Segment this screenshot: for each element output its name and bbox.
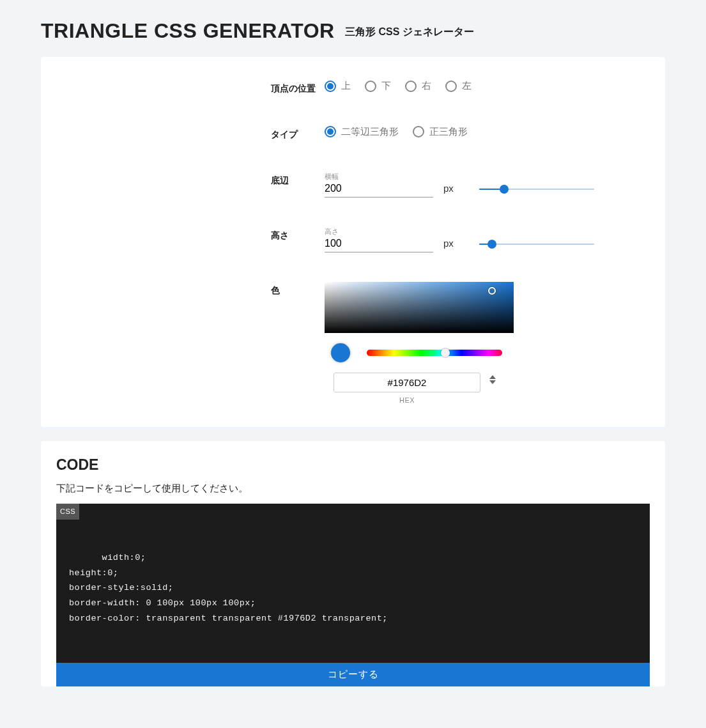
- height-unit: px: [443, 238, 454, 249]
- saturation-value-panel[interactable]: [325, 282, 514, 333]
- type-radio-isosceles[interactable]: 二等辺三角形: [325, 126, 399, 138]
- slider-thumb[interactable]: [487, 240, 496, 249]
- row-type: タイプ 二等辺三角形 正三角形: [271, 126, 640, 143]
- radio-label: 二等辺三角形: [341, 126, 399, 138]
- height-input[interactable]: [325, 236, 433, 252]
- radio-icon: [445, 81, 457, 92]
- slider-track: [479, 244, 594, 245]
- page-title: TRIANGLE CSS GENERATOR: [41, 19, 335, 43]
- base-slider[interactable]: [479, 184, 594, 194]
- radio-label: 正三角形: [429, 126, 468, 138]
- slider-thumb[interactable]: [500, 185, 509, 194]
- height-field-label: 高さ: [325, 227, 433, 236]
- height-label: 高さ: [271, 227, 325, 244]
- base-field-label: 横幅: [325, 172, 433, 182]
- vertex-radio-left[interactable]: 左: [445, 80, 472, 92]
- height-slider[interactable]: [479, 239, 594, 249]
- code-title: CODE: [56, 456, 650, 474]
- hex-input[interactable]: [334, 373, 480, 392]
- code-lang-badge: CSS: [56, 504, 79, 520]
- radio-label: 下: [381, 80, 391, 92]
- type-radio-equilateral[interactable]: 正三角形: [413, 126, 468, 138]
- vertex-label: 頂点の位置: [271, 80, 325, 97]
- base-width-field: 横幅: [325, 172, 433, 197]
- radio-icon: [405, 81, 417, 92]
- color-swatch: [331, 343, 350, 362]
- type-label: タイプ: [271, 126, 325, 143]
- height-field: 高さ: [325, 227, 433, 252]
- code-description: 下記コードをコピーして使用してください。: [56, 483, 650, 495]
- base-width-input[interactable]: [325, 182, 433, 197]
- radio-label: 上: [341, 80, 351, 92]
- row-color: 色 HEX: [271, 282, 640, 404]
- radio-icon: [365, 81, 376, 92]
- base-unit: px: [443, 183, 454, 194]
- hue-slider[interactable]: [367, 350, 502, 356]
- radio-icon: [325, 126, 336, 137]
- code-panel: CODE 下記コードをコピーして使用してください。 CSSwidth:0; he…: [41, 441, 665, 686]
- generator-panel: 頂点の位置 上 下 右: [41, 57, 665, 427]
- row-vertex: 頂点の位置 上 下 右: [271, 80, 640, 97]
- radio-icon: [413, 126, 424, 137]
- row-base: 底辺 横幅 px: [271, 172, 640, 197]
- code-block[interactable]: CSSwidth:0; height:0; border-style:solid…: [56, 504, 650, 663]
- hex-label: HEX: [399, 396, 415, 404]
- radio-icon: [325, 81, 336, 92]
- chevron-down-icon: [489, 380, 496, 384]
- vertex-radio-down[interactable]: 下: [365, 80, 391, 92]
- copy-button[interactable]: コピーする: [56, 663, 650, 686]
- vertex-radio-right[interactable]: 右: [405, 80, 431, 92]
- code-content: width:0; height:0; border-style:solid; b…: [69, 553, 388, 623]
- chevron-up-icon: [489, 375, 496, 379]
- color-label: 色: [271, 282, 325, 298]
- vertex-radio-up[interactable]: 上: [325, 80, 351, 92]
- sv-cursor[interactable]: [488, 287, 496, 295]
- hue-thumb[interactable]: [441, 348, 450, 357]
- row-height: 高さ 高さ px: [271, 227, 640, 252]
- color-format-stepper[interactable]: [489, 373, 496, 384]
- base-label: 底辺: [271, 172, 325, 189]
- radio-label: 左: [462, 80, 472, 92]
- page-subtitle: 三角形 CSS ジェネレーター: [345, 26, 474, 39]
- radio-label: 右: [422, 80, 431, 92]
